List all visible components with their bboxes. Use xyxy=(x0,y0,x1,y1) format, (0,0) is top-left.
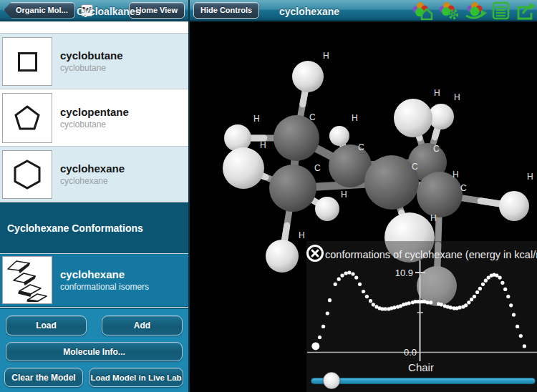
chart-title: conformations of cyclohexane (energy in … xyxy=(325,249,537,260)
section-header: Cyclohexane Conformations xyxy=(0,202,188,254)
hide-controls-button[interactable]: Hide Controls xyxy=(193,2,259,19)
sidebar-button-panel: Load Add Molecule Info... Clear the Mode… xyxy=(0,308,188,392)
clear-model-button[interactable]: Clear the Model xyxy=(4,368,83,387)
svg-text:H: H xyxy=(430,213,437,223)
svg-text:H: H xyxy=(253,114,260,124)
svg-text:H: H xyxy=(434,88,440,98)
main-topbar: Hide Controls cyclohexane xyxy=(190,0,537,21)
square-icon xyxy=(2,37,52,86)
svg-text:H: H xyxy=(341,190,347,200)
svg-text:C: C xyxy=(309,112,316,122)
sidebar-topbar: Organic Mol... W Cycloalkanes Home View xyxy=(0,0,188,21)
molecule-title: cyclohexane xyxy=(279,6,339,17)
conformation-slider-track[interactable] xyxy=(311,378,536,384)
molecule-list: cyclobutane cyclobutane cyclopentane cyc… xyxy=(0,21,188,307)
current-conformation-label: Chair xyxy=(408,361,434,373)
svg-text:C: C xyxy=(358,142,364,152)
conformers-icon xyxy=(2,256,52,304)
list-item-subtitle: cyclobutane xyxy=(60,63,123,73)
load-button[interactable]: Load xyxy=(6,315,87,335)
list-item-title: cyclobutane xyxy=(60,49,123,62)
list-item-subtitle: cyclohexane xyxy=(60,176,125,186)
document-icon[interactable] xyxy=(491,1,511,20)
y-tick-label-max: 10.9 xyxy=(395,268,413,278)
svg-text:H: H xyxy=(527,172,533,182)
svg-text:H: H xyxy=(453,170,459,180)
list-item-partial[interactable] xyxy=(0,21,188,34)
list-item-title: cyclohexane xyxy=(60,162,125,175)
pentagon-icon xyxy=(2,93,52,143)
list-item-cyclohexane-conformers[interactable]: cyclohexane conformational isomers xyxy=(0,254,188,307)
list-item-title: cyclohexane xyxy=(60,268,149,280)
back-button[interactable]: Organic Mol... xyxy=(4,2,75,19)
svg-text:H: H xyxy=(352,113,358,123)
svg-text:H: H xyxy=(323,51,329,61)
main-panel: Hide Controls cyclohexane xyxy=(188,0,537,392)
energy-chart: conformations of cyclohexane (energy in … xyxy=(306,241,537,392)
molecule-3d-viewport[interactable]: HHHHCCCHHCCHCHHHH conformations of cyclo… xyxy=(190,21,537,392)
molecule-gear-icon[interactable] xyxy=(437,1,460,20)
list-item-cyclohexane[interactable]: cyclohexane cyclohexane xyxy=(0,147,188,202)
molecule-rotate-icon[interactable] xyxy=(463,1,488,20)
share-icon[interactable] xyxy=(514,1,536,20)
svg-text:C: C xyxy=(433,144,440,154)
svg-text:H: H xyxy=(454,92,460,102)
conformation-chart-overlay: conformations of cyclohexane (energy in … xyxy=(306,241,537,392)
list-item-cyclobutane[interactable]: cyclobutane cyclobutane xyxy=(0,34,188,89)
list-item-subtitle: conformational isomers xyxy=(60,282,149,292)
sidebar: Organic Mol... W Cycloalkanes Home View … xyxy=(0,0,188,392)
list-item-title: cyclopentane xyxy=(60,106,129,118)
molecule-home-icon[interactable] xyxy=(410,1,433,20)
svg-text:C: C xyxy=(314,163,321,173)
svg-text:C: C xyxy=(412,162,418,172)
y-tick-label-zero: 0.0 xyxy=(404,347,417,358)
list-item-cyclopentane[interactable]: cyclopentane cyclobutane xyxy=(0,89,188,147)
hexagon-icon xyxy=(2,150,52,199)
add-button[interactable]: Add xyxy=(102,315,183,335)
svg-text:H: H xyxy=(260,140,266,150)
svg-text:H: H xyxy=(299,230,305,240)
svg-text:C: C xyxy=(460,183,467,193)
molecule-info-button[interactable]: Molecule Info... xyxy=(6,342,183,361)
sidebar-title: Cycloalkanes xyxy=(77,6,141,17)
load-live-lab-button[interactable]: Load Model in Live Lab xyxy=(89,368,183,387)
list-item-subtitle: cyclobutane xyxy=(60,119,129,129)
energy-curve-dots xyxy=(311,270,526,350)
